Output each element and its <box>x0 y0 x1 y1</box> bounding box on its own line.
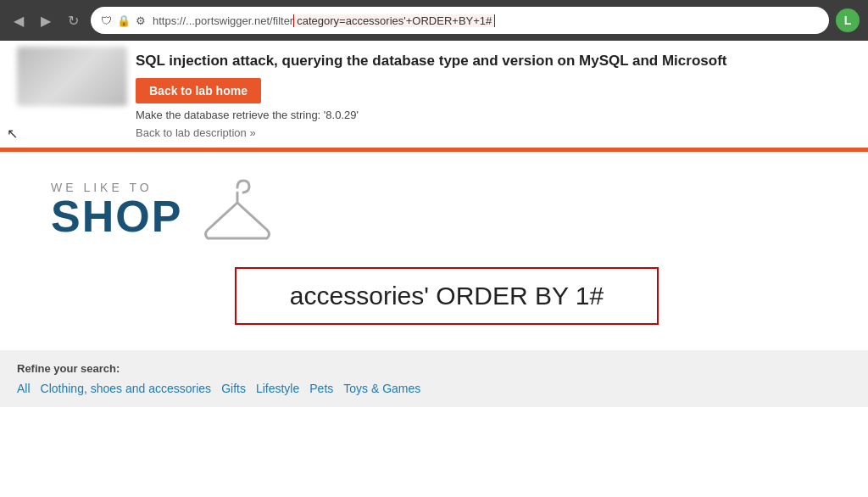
browser-avatar[interactable]: L <box>836 8 860 32</box>
cursor-indicator: ↖ <box>7 126 18 142</box>
category-gifts[interactable]: Gifts <box>221 382 246 395</box>
hanger-icon <box>199 179 275 250</box>
address-text: https://...portswigger.net/filtercategor… <box>153 14 819 27</box>
lab-instruction: Make the database retrieve the string: '… <box>136 109 851 121</box>
sql-injection-box: accessories' ORDER BY 1# <box>235 267 659 325</box>
address-bar[interactable]: 🛡 🔒 ⚙ https://...portswigger.net/filterc… <box>91 7 829 34</box>
back-to-lab-button[interactable]: Back to lab home <box>136 78 261 103</box>
category-pets[interactable]: Pets <box>309 382 333 395</box>
lab-banner: SQL injection attack, querying the datab… <box>0 41 868 149</box>
address-highlighted: category=accessories'+ORDER+BY+1# <box>293 14 495 27</box>
back-to-description-link[interactable]: Back to lab description <box>136 126 851 139</box>
back-button[interactable]: ◀ <box>8 9 29 32</box>
refine-label: Refine your search: <box>17 362 851 375</box>
address-prefix: https://...portswigger.net/filter <box>153 14 293 27</box>
category-all[interactable]: All <box>17 382 31 395</box>
blurred-logo <box>17 47 127 106</box>
category-lifestyle[interactable]: Lifestyle <box>256 382 299 395</box>
address-icons: 🛡 🔒 ⚙ <box>101 14 146 27</box>
shop-content: WE LIKE TO SHOP accessories' ORDER BY 1# <box>0 152 868 350</box>
category-links: All Clothing, shoes and accessories Gift… <box>17 382 851 395</box>
shop-logo-area: WE LIKE TO SHOP <box>51 169 843 250</box>
shop-word: SHOP <box>51 194 182 238</box>
lock-icon: 🔒 <box>117 14 131 27</box>
category-toys-games[interactable]: Toys & Games <box>343 382 420 395</box>
forward-button[interactable]: ▶ <box>36 9 56 32</box>
shop-logo-text: WE LIKE TO SHOP <box>51 181 182 238</box>
category-clothing[interactable]: Clothing, shoes and accessories <box>41 382 212 395</box>
refresh-button[interactable]: ↻ <box>63 9 84 32</box>
refine-section: Refine your search: All Clothing, shoes … <box>0 350 868 407</box>
shield-icon: 🛡 <box>101 14 112 27</box>
browser-chrome: ◀ ▶ ↻ 🛡 🔒 ⚙ https://...portswigger.net/f… <box>0 0 868 41</box>
lab-title: SQL injection attack, querying the datab… <box>136 53 851 70</box>
tune-icon: ⚙ <box>136 14 146 27</box>
